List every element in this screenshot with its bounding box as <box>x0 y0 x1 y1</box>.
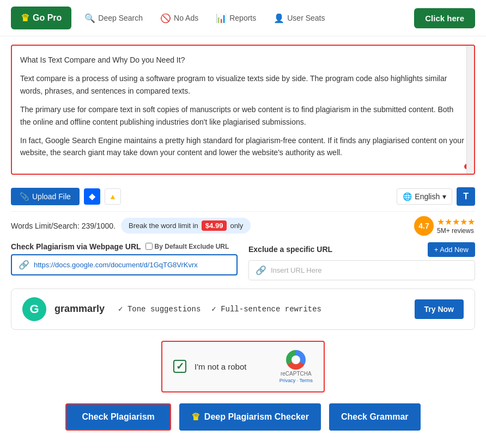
feature-user-seats-label: User Seats <box>287 14 325 22</box>
captcha-label: I'm not a robot <box>195 362 271 371</box>
grammarly-features: ✓ Tone suggestions ✓ Full-sentence rewri… <box>118 304 406 314</box>
reports-icon: 📊 <box>216 13 227 23</box>
feature-no-ads-label: No Ads <box>174 14 198 22</box>
text-paragraph-3: In fact, Google Search Engine maintains … <box>20 134 466 159</box>
upload-file-button[interactable]: 📎 Upload File <box>11 188 80 205</box>
recaptcha-inner <box>291 355 300 364</box>
globe-icon: 🌐 <box>403 192 412 201</box>
text-area-wrapper: What Is Text Compare and Why Do you Need… <box>11 45 475 175</box>
url-value: https://docs.google.com/document/d/1GqTG… <box>34 261 198 269</box>
upgrade-suffix: only <box>230 222 243 230</box>
exclude-url-checkbox[interactable]: By Default Exclude URL <box>145 243 229 250</box>
grammarly-feature-1: ✓ Tone suggestions <box>118 304 201 314</box>
link-icon-right: 🔗 <box>256 265 266 275</box>
crown-icon: ♛ <box>21 12 29 24</box>
go-pro-button[interactable]: ♛ Go Pro <box>11 7 71 29</box>
url-block-left: Check Plagiarism via Webpage URL By Defa… <box>11 242 238 280</box>
url-input-wrapper[interactable]: 🔗 https://docs.google.com/document/d/1Gq… <box>11 254 238 275</box>
gdrive-icon: ▲ <box>109 192 117 201</box>
check-plagiarism-button[interactable]: Check Plagiarism <box>65 403 171 431</box>
chevron-down-icon: ▾ <box>442 192 446 201</box>
main-container: What Is Text Compare and Why Do you Need… <box>0 36 486 448</box>
rating-section: 4.7 ★★★★★ 5M+ reviews <box>414 216 475 236</box>
url-block-right: Exclude a specific URL + Add New 🔗 Inser… <box>248 242 475 280</box>
captcha-box[interactable]: ✓ I'm not a robot reCAPTCHA Privacy · Te… <box>161 341 325 392</box>
toolbar-right: 🌐 English ▾ T <box>397 187 475 206</box>
exclude-url-input[interactable] <box>145 243 153 250</box>
gdrive-button[interactable]: ▲ <box>105 188 121 205</box>
grammarly-banner: G grammarly ✓ Tone suggestions ✓ Full-se… <box>11 289 475 330</box>
pro-features: 🔍 Deep Search 🚫 No Ads 📊 Reports 👤 User … <box>77 9 409 28</box>
recaptcha-icon <box>286 350 306 370</box>
grammarly-feature-2: ✓ Full-sentence rewrites <box>211 304 321 314</box>
text-heading: What Is Text Compare and Why Do you Need… <box>20 54 466 66</box>
text-content[interactable]: What Is Text Compare and Why Do you Need… <box>12 46 474 174</box>
grammarly-try-button[interactable]: Try Now <box>415 299 464 319</box>
format-button[interactable]: T <box>457 187 475 206</box>
bottom-buttons: Check Plagiarism ♛ Deep Plagiarism Check… <box>11 403 475 441</box>
dropbox-button[interactable]: ◆ <box>84 188 100 205</box>
upgrade-badge[interactable]: Break the word limit in $4.99 only <box>121 218 251 234</box>
format-icon: T <box>463 192 469 201</box>
recaptcha-brand: reCAPTCHA <box>281 371 312 377</box>
no-ads-icon: 🚫 <box>160 13 171 23</box>
upload-label: Upload File <box>32 192 71 201</box>
url-placeholder: Insert URL Here <box>271 266 321 274</box>
feature-reports[interactable]: 📊 Reports <box>208 9 264 28</box>
captcha-checkbox[interactable]: ✓ <box>173 360 186 373</box>
go-pro-label: Go Pro <box>33 13 62 23</box>
dropbox-icon: ◆ <box>89 191 95 201</box>
link-icon: 🔗 <box>19 260 29 270</box>
add-new-button[interactable]: + Add New <box>428 242 475 257</box>
words-limit-bar: Words Limit/Search: 239/1000. Break the … <box>11 216 475 236</box>
language-selector[interactable]: 🌐 English ▾ <box>397 188 452 205</box>
feature-user-seats[interactable]: 👤 User Seats <box>266 9 332 28</box>
scrollbar[interactable] <box>466 46 474 174</box>
deep-plagiarism-button[interactable]: ♛ Deep Plagiarism Checker <box>179 403 321 431</box>
check-grammar-button[interactable]: Check Grammar <box>329 403 421 431</box>
grammarly-name: grammarly <box>54 303 105 315</box>
feature-reports-label: Reports <box>229 14 256 22</box>
url-input-wrapper-right[interactable]: 🔗 Insert URL Here <box>248 260 475 280</box>
upgrade-prefix: Break the word limit in <box>129 222 198 230</box>
grammarly-logo: G <box>22 297 46 321</box>
text-paragraph-1: Text compare is a process of using a sof… <box>20 72 466 97</box>
user-seats-icon: 👤 <box>274 13 284 23</box>
feature-no-ads[interactable]: 🚫 No Ads <box>153 9 206 28</box>
recaptcha-links: Privacy · Terms <box>280 378 313 383</box>
words-count: Words Limit/Search: 239/1000. <box>11 222 116 230</box>
stars: ★★★★★ <box>437 217 475 227</box>
toolbar: 📎 Upload File ◆ ▲ 🌐 English ▾ T <box>11 183 475 212</box>
upload-icon: 📎 <box>20 192 29 201</box>
click-here-button[interactable]: Click here <box>414 8 475 28</box>
captcha-section: ✓ I'm not a robot reCAPTCHA Privacy · Te… <box>11 341 475 392</box>
url-section: Check Plagiarism via Webpage URL By Defa… <box>11 242 475 280</box>
url-left-label: Check Plagiarism via Webpage URL By Defa… <box>11 242 238 251</box>
text-paragraph-2: The primary use for compare text in soft… <box>20 103 466 128</box>
rating-badge: 4.7 <box>414 216 434 236</box>
feature-deep-search[interactable]: 🔍 Deep Search <box>77 9 150 28</box>
captcha-logo-area: reCAPTCHA Privacy · Terms <box>280 350 313 383</box>
search-icon: 🔍 <box>84 13 95 23</box>
url-right-label: Exclude a specific URL + Add New <box>248 242 475 257</box>
feature-deep-search-label: Deep Search <box>98 14 143 22</box>
reviews-text: 5M+ reviews <box>437 227 475 235</box>
deep-crown-icon: ♛ <box>191 411 200 423</box>
deep-plagiarism-label: Deep Plagiarism Checker <box>204 412 309 422</box>
price-tag: $4.99 <box>202 220 227 231</box>
pro-bar: ♛ Go Pro 🔍 Deep Search 🚫 No Ads 📊 Report… <box>0 0 486 36</box>
language-label: English <box>415 192 440 201</box>
